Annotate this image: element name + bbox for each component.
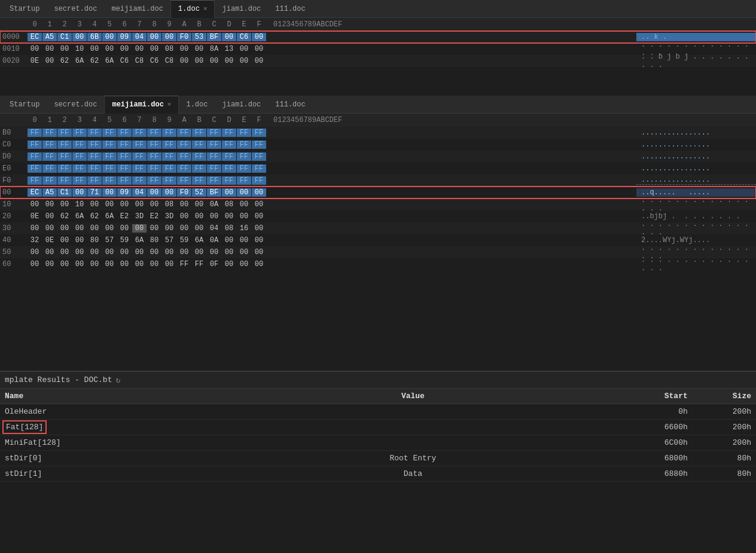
tab-jiami-top[interactable]: jiami.doc [215,0,268,18]
table-row[interactable]: MiniFat[128] 6C00h 200h [0,435,756,451]
row-value [242,435,585,451]
tab-secret-bot[interactable]: secret.doc [47,96,104,114]
top-tab-bar[interactable]: Startup secret.doc meijiami.doc 1.doc × … [0,0,756,18]
col-header-name: Name [0,389,242,404]
table-row[interactable]: Fat[128] 6600h 200h [0,420,756,435]
row-size: 80h [693,466,756,482]
row-start: 6C00h [584,435,693,451]
close-meijiami-bot[interactable]: × [167,101,172,108]
col-header-start: Start [584,389,693,404]
tab-1doc-bot[interactable]: 1.doc [179,96,215,114]
template-results-header: mplate Results - DOC.bt ↻ [0,372,756,389]
col-header-value: Value [242,389,585,404]
row-name: MiniFat[128] [0,435,242,451]
table-row[interactable]: stDir[0] Root Entry 6800h 80h [0,451,756,466]
close-1doc-top[interactable]: × [203,5,208,13]
hex-row-0020[interactable]: 0020 0E 00 62 6A 62 6A C6 C8 C6 C8 00 00… [0,55,756,67]
tab-111-top[interactable]: 111.doc [268,0,312,18]
hex-row-C0[interactable]: C0 FFFFFFFFFFFFFFFFFFFFFFFFFFFFFFFF ....… [0,139,756,151]
col-header-size: Size [693,389,756,404]
hex-col-headers-top: 0 1 2 3 4 5 6 7 8 9 A B C D E F [28,20,266,29]
tab-meijiami-bot[interactable]: meijiami.doc × [104,96,179,114]
row-name: OleHeader [0,404,242,420]
tab-startup-top[interactable]: Startup [2,0,47,18]
row-size: 200h [693,435,756,451]
template-title: mplate Results - DOC.bt [5,375,112,384]
hex-row-meiji-10[interactable]: 10 0000001000000000000800000A080000 . . … [0,198,756,210]
hex-col-headers-bottom: 0 1 2 3 4 5 6 7 8 9 A B C D E F [28,116,266,124]
row-size: 80h [693,451,756,466]
hex-pane-bottom: 0 1 2 3 4 5 6 7 8 9 A B C D E F 01234567… [0,114,756,371]
hex-row-0000[interactable]: 0000 EC A5 C1 00 6B 00 09 04 00 00 F0 53… [0,31,756,43]
hex-header-top: 0 1 2 3 4 5 6 7 8 9 A B C D E F 01234567… [0,18,756,31]
template-results-panel: mplate Results - DOC.bt ↻ Name Value Sta… [0,371,756,508]
tab-111-bot[interactable]: 111.doc [268,96,312,114]
template-table: Name Value Start Size OleHeader 0h 200h … [0,389,756,482]
hex-row-F0[interactable]: F0 FFFFFFFFFFFFFFFFFFFFFFFFFFFFFFFF ....… [0,175,756,187]
hex-row-meiji-60[interactable]: 60 00000000000000000000FFFF0F000000 . . … [0,258,756,270]
bottom-tab-bar[interactable]: Startup secret.doc meijiami.doc × 1.doc … [0,96,756,114]
row-start: 6800h [584,451,693,466]
row-start: 6880h [584,466,693,482]
tab-jiami-bot[interactable]: jiami.doc [215,96,268,114]
row-value [242,404,585,420]
hex-row-D0[interactable]: D0 FFFFFFFFFFFFFFFFFFFFFFFFFFFFFFFF ....… [0,151,756,163]
hex-header-bottom: 0 1 2 3 4 5 6 7 8 9 A B C D E F 01234567… [0,114,756,127]
row-value: Data [242,466,585,482]
table-row[interactable]: stDir[1] Data 6880h 80h [0,466,756,482]
hex-row-meiji-00[interactable]: 00 EC A5 C1 00 71 00 09 04 00 00 F0 52 B… [0,187,756,198]
row-name: Fat[128] [0,420,242,435]
hex-pane-top: 0 1 2 3 4 5 6 7 8 9 A B C D E F 01234567… [0,18,756,96]
row-value: Root Entry [242,451,585,466]
tab-1doc-top[interactable]: 1.doc × [170,0,215,18]
hex-row-meiji-30[interactable]: 30 00000000000000000000000004081600 . . … [0,222,756,234]
row-start: 6600h [584,420,693,435]
table-row[interactable]: OleHeader 0h 200h [0,404,756,420]
hex-row-E0[interactable]: E0 FFFFFFFFFFFFFFFFFFFFFFFFFFFFFFFF ....… [0,163,756,175]
tab-secret-top[interactable]: secret.doc [47,0,104,18]
refresh-icon[interactable]: ↻ [115,375,120,385]
row-value [242,420,585,435]
row-name: stDir[1] [0,466,242,482]
row-start: 0h [584,404,693,420]
row-name: stDir[0] [0,451,242,466]
tab-meijiami-top[interactable]: meijiami.doc [104,0,170,18]
row-size: 200h [693,404,756,420]
hex-row-B0[interactable]: B0 FFFFFFFFFFFFFFFFFFFFFFFFFFFFFFFF ....… [0,127,756,139]
tab-startup-bot[interactable]: Startup [2,96,47,114]
row-size: 200h [693,420,756,435]
